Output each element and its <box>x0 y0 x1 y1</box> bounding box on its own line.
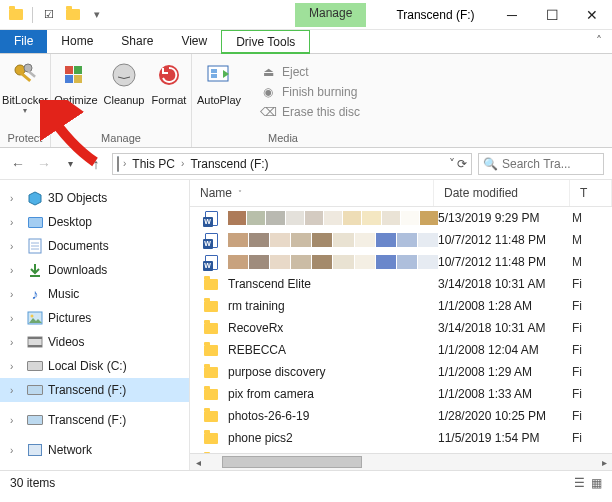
checkbox-qat-icon[interactable]: ☑ <box>41 7 57 23</box>
sidebar-item[interactable]: ›Local Disk (C:) <box>0 354 189 378</box>
sidebar-item[interactable]: ›Downloads <box>0 258 189 282</box>
minimize-button[interactable]: ─ <box>492 0 532 30</box>
separator <box>32 7 33 23</box>
file-row[interactable]: 10/7/2012 11:48 PMM <box>190 229 612 251</box>
sidebar-item-network[interactable]: ›Network <box>0 438 189 462</box>
svg-point-2 <box>24 64 32 72</box>
file-row[interactable]: Transcend Elite3/14/2018 10:31 AMFi <box>190 273 612 295</box>
word-doc-icon <box>202 254 220 270</box>
erase-disc-button[interactable]: ⌫Erase this disc <box>254 102 366 122</box>
file-row[interactable]: RecoveRx3/14/2018 10:31 AMFi <box>190 317 612 339</box>
folder-icon <box>26 358 44 374</box>
chevron-right-icon[interactable]: › <box>181 158 184 169</box>
file-row[interactable]: rm training1/1/2008 1:28 AMFi <box>190 295 612 317</box>
tab-home[interactable]: Home <box>47 30 107 53</box>
sidebar-item[interactable]: ›Transcend (F:) <box>0 408 189 432</box>
autoplay-button[interactable]: AutoPlay <box>192 54 246 130</box>
sidebar-item[interactable]: ›Desktop <box>0 210 189 234</box>
file-row[interactable]: purpose discovery1/1/2008 1:29 AMFi <box>190 361 612 383</box>
expander-icon[interactable]: › <box>10 289 22 300</box>
sidebar-item[interactable]: ›3D Objects <box>0 186 189 210</box>
optimize-button[interactable]: Optimize <box>51 54 101 130</box>
column-name[interactable]: Name˅ <box>190 180 434 206</box>
cleanup-label: Cleanup <box>104 94 145 106</box>
contextual-tab-manage: Manage <box>295 3 366 27</box>
expander-icon[interactable]: › <box>10 361 22 372</box>
folder-icon <box>202 298 220 314</box>
column-type[interactable]: T <box>570 180 612 206</box>
sidebar-item[interactable]: ›♪Music <box>0 282 189 306</box>
refresh-button[interactable]: ⟳ <box>457 157 467 171</box>
nav-up-button[interactable]: ↑ <box>86 154 106 174</box>
title-bar: ☑ ▾ Manage Transcend (F:) ─ ☐ ✕ <box>0 0 612 30</box>
scroll-right-button[interactable]: ▸ <box>596 454 612 470</box>
expander-icon[interactable]: › <box>10 217 22 228</box>
sidebar-item-label: Downloads <box>48 263 107 277</box>
folder-qat-icon[interactable] <box>65 7 81 23</box>
ribbon-collapse-button[interactable]: ˄ <box>586 30 612 53</box>
redacted-name <box>228 233 438 247</box>
expander-icon[interactable]: › <box>10 385 22 396</box>
tab-drive-tools[interactable]: Drive Tools <box>221 30 310 54</box>
tab-share[interactable]: Share <box>107 30 167 53</box>
file-row[interactable]: phone pics211/5/2019 1:54 PMFi <box>190 427 612 449</box>
chevron-right-icon[interactable]: › <box>123 158 126 169</box>
nav-back-button[interactable]: ← <box>8 154 28 174</box>
breadcrumb-segment[interactable]: This PC <box>130 157 177 171</box>
file-type: Fi <box>568 321 612 335</box>
details-view-button[interactable]: ☰ <box>574 476 585 490</box>
nav-recent-button[interactable]: ▾ <box>60 154 80 174</box>
thumbnails-view-button[interactable]: ▦ <box>591 476 602 490</box>
status-bar: 30 items ☰ ▦ <box>0 470 612 494</box>
bitlocker-button[interactable]: BitLocker ▾ <box>0 54 50 130</box>
breadcrumb-dropdown-icon[interactable]: ˅ <box>449 157 455 171</box>
expander-icon[interactable]: › <box>10 241 22 252</box>
expander-icon[interactable]: › <box>10 313 22 324</box>
file-type: Fi <box>568 431 612 445</box>
file-row[interactable]: 5/13/2019 9:29 PMM <box>190 207 612 229</box>
file-name: photos-26-6-19 <box>228 409 438 423</box>
qat-overflow-icon[interactable]: ▾ <box>89 7 105 23</box>
maximize-button[interactable]: ☐ <box>532 0 572 30</box>
expander-icon[interactable]: › <box>10 445 22 456</box>
file-name: Transcend Elite <box>228 277 438 291</box>
expander-icon[interactable]: › <box>10 337 22 348</box>
sidebar-item[interactable]: ›Pictures <box>0 306 189 330</box>
expander-icon[interactable]: › <box>10 415 22 426</box>
file-row[interactable]: photos-26-6-191/28/2020 10:25 PMFi <box>190 405 612 427</box>
sidebar-item[interactable]: ›Videos <box>0 330 189 354</box>
file-date: 1/28/2020 10:25 PM <box>438 409 568 423</box>
file-row[interactable]: 10/7/2012 11:48 PMM <box>190 251 612 273</box>
search-input[interactable] <box>502 157 599 171</box>
folder-icon <box>26 214 44 230</box>
format-button[interactable]: Format <box>147 54 191 130</box>
folder-icon <box>202 342 220 358</box>
finish-burning-button[interactable]: ◉Finish burning <box>254 82 366 102</box>
tab-file[interactable]: File <box>0 30 47 53</box>
ribbon-group-manage: Optimize Cleanup Format Manage <box>51 54 192 147</box>
expander-icon[interactable]: › <box>10 193 22 204</box>
horizontal-scrollbar[interactable]: ◂ ▸ <box>190 453 612 470</box>
expander-icon[interactable]: › <box>10 265 22 276</box>
column-date-modified[interactable]: Date modified <box>434 180 570 206</box>
svg-rect-24 <box>28 345 42 347</box>
window-controls: ─ ☐ ✕ <box>492 0 612 30</box>
nav-forward-button[interactable]: → <box>34 154 54 174</box>
cleanup-button[interactable]: Cleanup <box>101 54 147 130</box>
sidebar-item[interactable]: ›Transcend (F:) <box>0 378 189 402</box>
navigation-pane[interactable]: ›3D Objects›Desktop›Documents›Downloads›… <box>0 180 190 470</box>
file-row[interactable]: REBECCA1/1/2008 12:04 AMFi <box>190 339 612 361</box>
svg-rect-23 <box>28 337 42 339</box>
scrollbar-thumb[interactable] <box>222 456 362 468</box>
sidebar-item[interactable]: ›Documents <box>0 234 189 258</box>
file-row[interactable]: pix from camera1/1/2008 1:33 AMFi <box>190 383 612 405</box>
breadcrumb[interactable]: › This PC › Transcend (F:) ˅ ⟳ <box>112 153 472 175</box>
search-box[interactable]: 🔍 <box>478 153 604 175</box>
scroll-left-button[interactable]: ◂ <box>190 454 206 470</box>
eject-button[interactable]: ⏏Eject <box>254 62 366 82</box>
keys-icon <box>10 60 40 90</box>
breadcrumb-segment[interactable]: Transcend (F:) <box>188 157 270 171</box>
close-button[interactable]: ✕ <box>572 0 612 30</box>
file-list[interactable]: 5/13/2019 9:29 PMM10/7/2012 11:48 PMM10/… <box>190 207 612 453</box>
tab-view[interactable]: View <box>167 30 221 53</box>
